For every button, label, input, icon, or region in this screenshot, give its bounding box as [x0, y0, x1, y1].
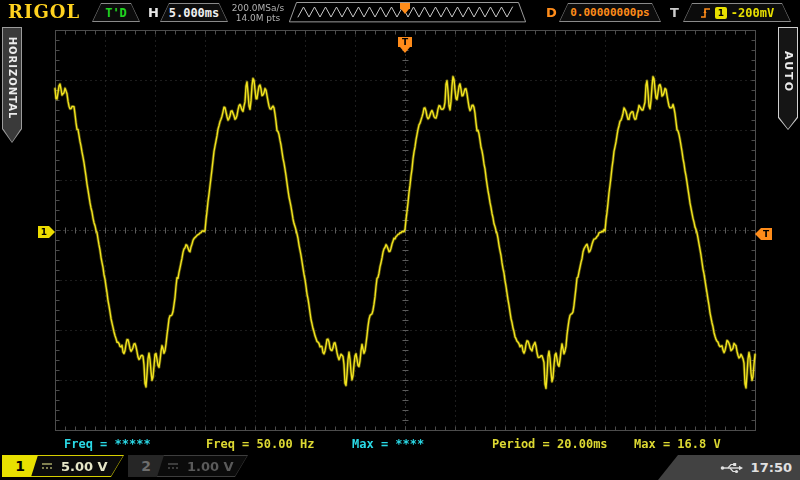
channel-1-status[interactable]: 5.00 V 1 — [2, 455, 124, 477]
tab-horizontal-menu[interactable]: HORIZONTAL — [2, 27, 22, 143]
measurement-freq-ch1: Freq = 50.00 Hz — [206, 437, 314, 452]
sample-rate: 200.0MSa/s — [228, 3, 288, 13]
rigol-logo: RIGOL — [8, 1, 80, 22]
delay-value: 0.00000000ps — [570, 6, 649, 19]
acquisition-info: 200.0MSa/s 14.0M pts — [228, 3, 288, 23]
oscilloscope-screen: { "brand": {"logo_text": "RIGOL", "logo_… — [0, 0, 800, 480]
measurement-max-ch2: Max = **** — [352, 437, 424, 452]
horizontal-label: H — [148, 5, 159, 20]
tab-auto-label: AUTO — [782, 51, 795, 93]
measurement-period-ch1: Period = 20.00ms — [492, 437, 608, 452]
channel-2-scale: 1.00 V — [187, 459, 234, 474]
delay-panel[interactable]: 0.00000000ps — [559, 3, 661, 22]
trigger-status-panel: T'D — [92, 3, 140, 22]
tab-horizontal-label: HORIZONTAL — [7, 37, 18, 120]
trigger-panel[interactable]: 1 -200mV — [683, 3, 791, 22]
usb-icon — [720, 462, 744, 474]
timebase-panel[interactable]: 5.000ms — [160, 3, 228, 22]
rising-edge-trigger-icon — [700, 6, 711, 19]
dc-coupling-icon — [167, 461, 179, 471]
delay-label: D — [546, 5, 557, 20]
measurement-freq-ch2: Freq = ***** — [64, 437, 151, 452]
tab-auto-menu[interactable]: AUTO — [778, 27, 798, 130]
measurement-max-ch1: Max = 16.8 V — [634, 437, 721, 452]
waveform-display[interactable] — [0, 0, 800, 480]
trigger-source-badge: 1 — [715, 7, 727, 19]
channel-2-status[interactable]: 1.00 V 2 — [128, 455, 248, 477]
trigger-status: T'D — [105, 6, 127, 20]
trigger-level-value: -200mV — [731, 6, 774, 20]
dc-coupling-icon — [41, 461, 53, 471]
channel-1-scale: 5.00 V — [61, 459, 108, 474]
memory-depth: 14.0M pts — [228, 13, 288, 23]
trigger-label: T — [670, 5, 679, 20]
timebase-value: 5.000ms — [169, 6, 220, 20]
clock-time: 17:50 — [751, 460, 792, 475]
